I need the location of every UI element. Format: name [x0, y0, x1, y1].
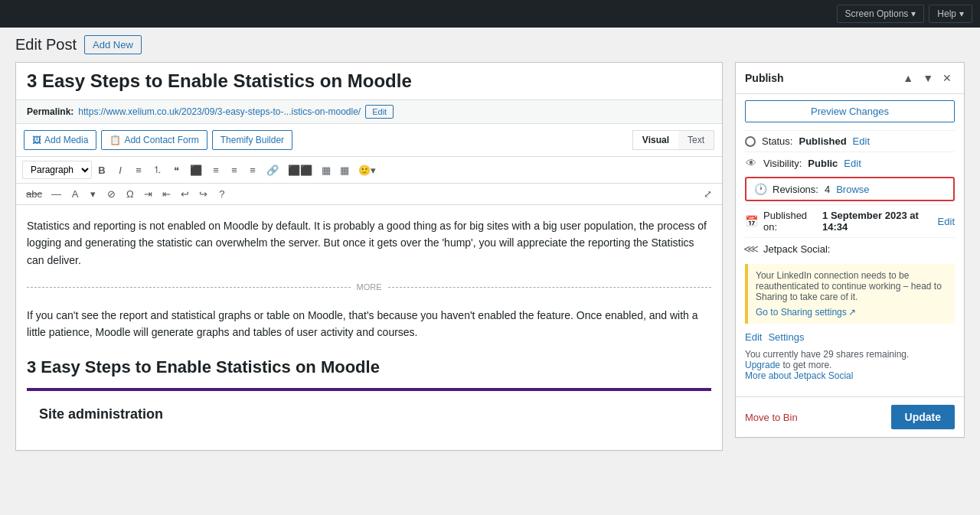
post-title-input[interactable]: [16, 63, 722, 100]
publish-panel: Publish ▲ ▼ ✕ Preview Changes Status: Pu…: [735, 62, 965, 438]
revisions-browse-link[interactable]: Browse: [836, 184, 869, 195]
preview-changes-button[interactable]: Preview Changes: [745, 100, 955, 122]
help-fmt-button[interactable]: ?: [214, 186, 230, 202]
help-button[interactable]: Help ▾: [929, 5, 972, 23]
jetpack-edit-link[interactable]: Edit: [745, 331, 762, 343]
expand-editor-button[interactable]: ⤢: [699, 186, 716, 202]
tab-visual[interactable]: Visual: [633, 131, 678, 149]
permalink-url[interactable]: https://www.xelium.co.uk/2023/09/3-easy-…: [78, 106, 361, 117]
format-toolbar-row2: abc — A ▾ ⊘ Ω ⇥ ⇤ ↩ ↪ ? ⤢: [16, 184, 722, 205]
emoji-button[interactable]: 🙂▾: [354, 162, 380, 178]
permalink-edit-button[interactable]: Edit: [365, 105, 394, 119]
view-tabs: Visual Text: [632, 130, 714, 150]
unordered-list-button[interactable]: ≡: [130, 162, 147, 178]
add-contact-form-button[interactable]: 📋 Add Contact Form: [101, 130, 207, 150]
move-to-bin-button[interactable]: Move to Bin: [745, 412, 798, 423]
editor-content-area[interactable]: Statistics and reporting is not enabled …: [16, 205, 722, 450]
admin-top-bar: Screen Options ▾ Help ▾: [0, 0, 980, 28]
jetpack-social-label: Jetpack Social:: [763, 243, 830, 255]
share-icon: ⋘: [745, 243, 757, 255]
publish-actions-area: Preview Changes Status: Published Edit 👁…: [736, 94, 964, 390]
add-new-button[interactable]: Add New: [84, 35, 142, 54]
visibility-icon: 👁: [745, 157, 757, 169]
format-toolbar-row1: Paragraph B I ≡ ⒈ ❝ ⬛ ≡ ≡ ≡ 🔗 ⬛⬛ ▦ ▦ 🙂▾: [16, 157, 722, 184]
align-left-button[interactable]: ⬛: [186, 162, 206, 178]
bold-button[interactable]: B: [93, 162, 110, 178]
content-paragraph-2: If you can't see the report and statisti…: [27, 307, 711, 341]
panel-collapse-down-button[interactable]: ▼: [920, 70, 936, 86]
external-link-icon: ↗: [848, 307, 856, 318]
italic-button[interactable]: I: [112, 162, 129, 178]
shares-remaining-text: You currently have 29 shares remaining.: [745, 349, 909, 360]
chevron-down-icon: ▾: [959, 8, 964, 19]
contact-form-icon: 📋: [109, 135, 121, 145]
themify-builder-button[interactable]: Themify Builder: [212, 130, 292, 150]
published-on-edit-link[interactable]: Edit: [938, 216, 955, 227]
main-layout: Permalink: https://www.xelium.co.uk/2023…: [0, 54, 980, 508]
published-on-label: Published on:: [763, 210, 816, 233]
permalink-bar: Permalink: https://www.xelium.co.uk/2023…: [16, 100, 722, 124]
content-paragraph-1: Statistics and reporting is not enabled …: [27, 217, 711, 269]
jetpack-sharing-link[interactable]: Go to Sharing settings ↗: [756, 307, 856, 318]
screen-options-button[interactable]: Screen Options ▾: [837, 5, 925, 23]
table2-button[interactable]: ▦: [336, 162, 353, 178]
ordered-list-button[interactable]: ⒈: [149, 161, 166, 179]
jetpack-settings-link[interactable]: Settings: [768, 331, 804, 343]
visibility-value: Public: [808, 158, 838, 169]
revisions-icon: 🕐: [754, 183, 766, 195]
more-break-button[interactable]: ⬛⬛: [284, 162, 316, 178]
to-get-more-text: to get more.: [782, 360, 831, 370]
outdent-button[interactable]: ⇤: [158, 186, 175, 202]
panel-controls: ▲ ▼ ✕: [900, 70, 955, 86]
strikethrough-button[interactable]: abc: [22, 186, 46, 202]
font-color-button[interactable]: A: [67, 186, 83, 202]
font-color-down-icon[interactable]: ▾: [85, 186, 102, 202]
status-edit-link[interactable]: Edit: [853, 135, 870, 147]
editor-toolbar-row1: 🖼 Add Media 📋 Add Contact Form Themify B…: [16, 124, 722, 157]
visibility-row: 👁 Visibility: Public Edit: [745, 152, 955, 174]
indent-button[interactable]: ⇥: [140, 186, 157, 202]
special-char-button[interactable]: Ω: [122, 186, 139, 202]
jetpack-links-row: Edit Settings: [745, 328, 955, 346]
link-button[interactable]: 🔗: [263, 162, 283, 178]
site-admin-heading: Site administration: [39, 403, 699, 425]
panel-collapse-up-button[interactable]: ▲: [900, 70, 916, 86]
publish-panel-footer: Move to Bin Update: [736, 396, 964, 437]
hr-button[interactable]: —: [47, 186, 65, 202]
align-justify-button[interactable]: ≡: [244, 162, 261, 178]
calendar-icon: 📅: [745, 215, 757, 227]
media-icon: 🖼: [32, 135, 41, 145]
blockquote-button[interactable]: ❝: [168, 162, 185, 178]
upgrade-link[interactable]: Upgrade: [745, 360, 780, 370]
status-row: Status: Published Edit: [745, 130, 955, 152]
publish-panel-header: Publish ▲ ▼ ✕: [736, 63, 964, 94]
status-label: Status:: [762, 135, 792, 147]
add-media-button[interactable]: 🖼 Add Media: [24, 130, 96, 150]
jetpack-warning-box: Your LinkedIn connection needs to be rea…: [745, 264, 955, 324]
redo-button[interactable]: ↪: [195, 186, 212, 202]
page-header: Edit Post Add New: [0, 28, 980, 54]
panel-close-button[interactable]: ✕: [939, 70, 955, 86]
more-about-jetpack-link[interactable]: More about Jetpack Social: [745, 370, 853, 381]
site-admin-block: Site administration: [27, 388, 711, 438]
align-right-button[interactable]: ≡: [226, 162, 243, 178]
more-divider: MORE: [27, 281, 711, 295]
status-icon: [745, 136, 756, 147]
published-on-row: 📅 Published on: 1 September 2023 at 14:3…: [745, 204, 955, 237]
table-button[interactable]: ▦: [318, 162, 335, 178]
paragraph-select[interactable]: Paragraph: [22, 161, 92, 179]
revisions-row: 🕐 Revisions: 4 Browse: [745, 177, 955, 201]
screen-options-label: Screen Options: [845, 8, 909, 19]
editor-area: Permalink: https://www.xelium.co.uk/2023…: [15, 62, 723, 451]
content-heading-2: 3 Easy Steps to Enable Statistics on Moo…: [27, 354, 711, 380]
jetpack-social-row: ⋘ Jetpack Social:: [745, 237, 955, 259]
update-button[interactable]: Update: [891, 405, 955, 429]
more-divider-text: MORE: [351, 281, 388, 295]
published-on-value: 1 September 2023 at 14:34: [822, 210, 932, 233]
revisions-label: Revisions:: [773, 184, 818, 195]
clear-format-button[interactable]: ⊘: [103, 186, 120, 202]
undo-button[interactable]: ↩: [177, 186, 194, 202]
visibility-edit-link[interactable]: Edit: [844, 158, 861, 169]
align-center-button[interactable]: ≡: [207, 162, 224, 178]
tab-text[interactable]: Text: [678, 131, 714, 149]
